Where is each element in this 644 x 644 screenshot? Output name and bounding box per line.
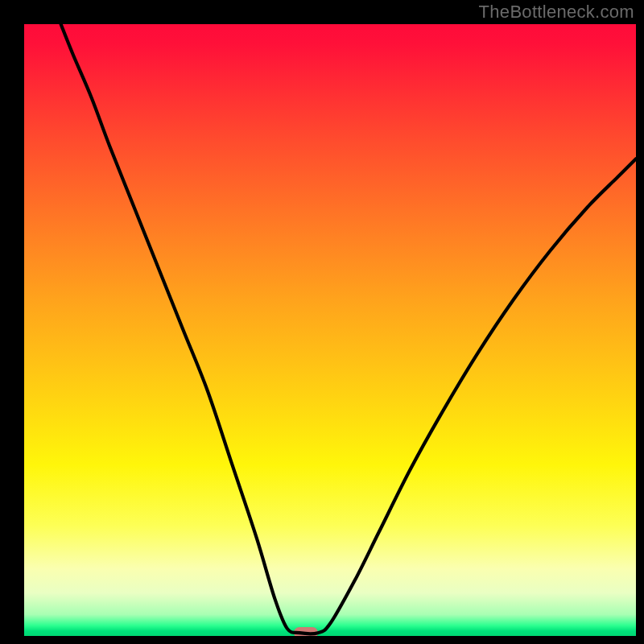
chart-frame: TheBottleneck.com: [0, 0, 644, 644]
plot-area: [24, 24, 636, 636]
bottleneck-curve: [24, 24, 636, 636]
watermark-text: TheBottleneck.com: [479, 2, 634, 23]
